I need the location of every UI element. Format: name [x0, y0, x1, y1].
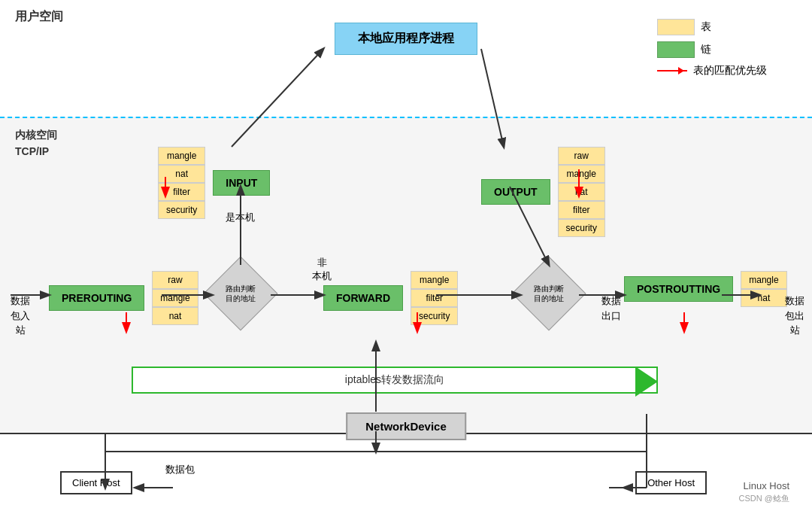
data-out1-label: 数据 出口 [601, 294, 621, 323]
postroutting-table-mangle: mangle [741, 271, 786, 289]
forward-area: FORWARD mangle filter security [323, 271, 458, 325]
input-table-stack: mangle nat filter security [158, 147, 205, 219]
data-packet-label: 数据包 [165, 463, 195, 476]
iptables-forward-label: iptables转发数据流向 [345, 373, 444, 387]
forward-chain-box: FORWARD [323, 285, 403, 311]
forward-table-mangle: mangle [411, 271, 458, 289]
prerouting-table-raw: raw [152, 271, 198, 289]
data-in-label: 数据 包入 站 [11, 294, 30, 338]
output-table-security: security [558, 219, 605, 237]
postroutting-table-stack: mangle nat [741, 271, 786, 307]
client-host-box: Client Host [60, 471, 132, 494]
input-table-mangle: mangle [158, 147, 205, 165]
prerouting-chain-box: PREROUTING [49, 285, 144, 311]
iptables-forward-box: iptables转发数据流向 [132, 367, 658, 394]
forward-table-security: security [411, 307, 458, 325]
prerouting-table-mangle: mangle [152, 289, 198, 307]
output-table-stack: raw mangle nat filter security [558, 147, 605, 237]
is-local-label: 是本机 [226, 211, 255, 224]
routing-diamond-1: 路由判断目的地址 [211, 263, 271, 324]
output-table-nat: nat [558, 183, 605, 201]
legend: 表 链 表的匹配优先级 [657, 19, 767, 78]
postroutting-table-nat: nat [741, 289, 786, 307]
input-area: mangle nat filter security INPUT [158, 147, 270, 219]
input-table-nat: nat [158, 165, 205, 183]
prerouting-table-stack: raw mangle nat [152, 271, 198, 325]
forward-table-stack: mangle filter security [411, 271, 458, 325]
legend-chain-item: 链 [657, 41, 767, 58]
forward-table-filter: filter [411, 289, 458, 307]
main-container: 用户空间 内核空间 TCP/IP 表 链 表的匹配优先级 本地应用程序进程 ma… [0, 0, 812, 508]
legend-chain-box [657, 41, 695, 58]
routing2-text: 路由判断目的地址 [519, 263, 579, 324]
bottom-area-bg [0, 433, 812, 508]
output-table-mangle: mangle [558, 165, 605, 183]
local-app-box: 本地应用程序进程 [335, 23, 477, 55]
input-chain-box: INPUT [213, 170, 270, 196]
legend-arrow-line [657, 70, 687, 71]
postroutting-chain-box: POSTROUTTING [624, 276, 733, 302]
legend-priority-label: 表的匹配优先级 [693, 64, 767, 78]
csdn-label: CSDN @鲶鱼 [739, 493, 789, 504]
postroutting-area: POSTROUTTING mangle nat [624, 271, 787, 307]
legend-table-label: 表 [701, 20, 711, 34]
output-chain-box: OUTPUT [481, 179, 550, 205]
iptables-forward-arrowhead [635, 367, 658, 397]
legend-priority-item: 表的匹配优先级 [657, 64, 767, 78]
legend-chain-label: 链 [701, 43, 711, 56]
legend-arrow [657, 70, 687, 71]
legend-table-box [657, 19, 695, 35]
linux-host-label: Linux Host [744, 480, 789, 491]
routing-diamond-2: 路由判断目的地址 [519, 263, 579, 324]
iptables-forward-container: iptables转发数据流向 [132, 367, 658, 394]
legend-table-item: 表 [657, 19, 767, 35]
output-table-raw: raw [558, 147, 605, 165]
input-table-security: security [158, 201, 205, 219]
prerouting-area: PREROUTING raw mangle nat [49, 271, 198, 325]
not-local-label: 非 本机 [312, 256, 332, 283]
routing1-text: 路由判断目的地址 [211, 263, 271, 324]
output-area: OUTPUT raw mangle nat filter security [481, 147, 605, 237]
other-host-box: Other Host [635, 471, 707, 494]
user-space-label: 用户空间 [15, 9, 63, 25]
data-out2-label: 数据 包出 站 [785, 294, 804, 338]
network-device-box: NetworkDevice [346, 412, 466, 440]
output-table-filter: filter [558, 201, 605, 219]
prerouting-table-nat: nat [152, 307, 198, 325]
kernel-space-label: 内核空间 TCP/IP [15, 126, 57, 160]
input-table-filter: filter [158, 183, 205, 201]
